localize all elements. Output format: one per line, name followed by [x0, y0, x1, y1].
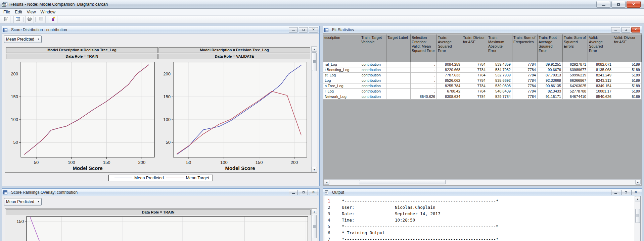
fit-statistics-titlebar[interactable]: Fit Statistics ✕	[323, 26, 642, 34]
scroll-down-button[interactable]: ▼	[312, 167, 317, 172]
scroll-up-button[interactable]: ▲	[312, 209, 317, 214]
toolbar-button-report[interactable]	[2, 16, 10, 23]
chart-plot[interactable]: 5010015020050100150200Model Score	[158, 60, 310, 173]
column-header[interactable]: escription	[323, 35, 360, 62]
column-header[interactable]: Train: Sum of Frequencies	[512, 35, 538, 62]
minimize-icon	[614, 31, 617, 31]
panel-close-button[interactable]: ✕	[631, 27, 640, 33]
svg-text:Model Score: Model Score	[225, 165, 255, 171]
vertical-scrollbar[interactable]: ▲ ▼	[311, 46, 317, 172]
panel-restore-button[interactable]	[299, 27, 308, 33]
horizontal-scrollbar[interactable]: ◄ ►	[324, 179, 641, 185]
svg-text:50: 50	[13, 140, 18, 145]
table-row[interactable]: ral_Logcontribution.8084.2597784539.4859…	[323, 62, 642, 67]
scroll-up-button[interactable]: ▲	[635, 196, 640, 201]
panel-restore-button[interactable]	[299, 190, 308, 195]
output-text: *---------------------------------------…	[336, 236, 499, 241]
toolbar-button-table-view[interactable]	[13, 16, 22, 23]
table-cell: 7707.633	[437, 73, 462, 78]
panel-restore-button[interactable]	[621, 190, 630, 195]
scroll-thumb[interactable]	[312, 52, 317, 71]
scroll-thumb[interactable]	[312, 215, 317, 238]
line-number: 1	[324, 198, 336, 204]
panel-close-button[interactable]: ✕	[309, 27, 318, 33]
scroll-right-button[interactable]: ►	[635, 180, 641, 185]
score-rankings-titlebar[interactable]: Score Rankings Overlay: contribution ✕	[2, 189, 319, 196]
column-header[interactable]: Valid: Average Squared Error	[588, 35, 613, 62]
window-titlebar[interactable]: Results - Node: Model Comparison Diagram…	[0, 0, 644, 9]
svg-text:200: 200	[290, 160, 298, 165]
statistic-select[interactable]: Mean Predicted ▼	[4, 36, 42, 43]
statistic-select-value: Mean Predicted	[6, 37, 34, 42]
chart-train[interactable]: Model Description = Decision Tree_Log Da…	[6, 47, 158, 173]
window-restore-button[interactable]	[611, 1, 626, 8]
column-header[interactable]: Selection Criterion: Valid: Mean Squared…	[411, 35, 437, 62]
scroll-up-button[interactable]: ▲	[312, 46, 317, 52]
panel-close-button[interactable]: ✕	[631, 190, 640, 195]
scroll-thumb[interactable]	[359, 180, 446, 184]
output-titlebar[interactable]: Output ✕	[323, 189, 642, 196]
svg-text:200: 200	[11, 71, 18, 76]
chart-validate[interactable]: Model Description = Decision Tree_Log Da…	[158, 47, 310, 173]
vertical-scrollbar[interactable]: ▲	[635, 196, 640, 241]
table-cell: 63989677	[563, 67, 588, 73]
statistic-select[interactable]: Mean Predicted ▼	[4, 198, 42, 205]
table-row[interactable]: Logcontribution.8526.0627784535.66927784…	[323, 78, 642, 83]
column-header[interactable]: Target Label	[386, 35, 411, 62]
table-cell: 7784	[512, 62, 538, 67]
panel-minimize-button[interactable]	[289, 27, 298, 33]
vertical-scrollbar[interactable]: ▲	[311, 209, 317, 241]
table-cell	[386, 67, 411, 73]
panel-restore-button[interactable]	[621, 27, 630, 33]
column-header[interactable]: Train: Target Variable	[360, 35, 386, 62]
output-line: 6* Training Output	[324, 230, 635, 236]
column-header[interactable]: Train: Maximum Absolute Error	[487, 35, 512, 62]
table-cell: 7784	[462, 62, 487, 67]
line-number: 6	[324, 230, 336, 236]
toolbar-button-wizard[interactable]	[49, 16, 57, 23]
menu-file[interactable]: File	[1, 10, 12, 14]
column-header[interactable]: Train: Divisor for ASE	[462, 35, 487, 62]
workspace: Score Distribution : contribution ✕ Mean…	[0, 23, 644, 241]
chevron-down-icon: ▼	[37, 200, 40, 203]
menu-view[interactable]: View	[25, 10, 38, 14]
score-distribution-titlebar[interactable]: Score Distribution : contribution ✕	[2, 26, 319, 34]
chart-plot[interactable]: 5010015020050100150200Model Score	[6, 60, 158, 173]
window-close-button[interactable]: ✕	[627, 1, 641, 8]
table-cell: 64263025	[563, 83, 588, 89]
table-cell: 7784	[512, 89, 538, 94]
scroll-left-button[interactable]: ◄	[324, 180, 329, 185]
table-row[interactable]: st_Logcontribution.7707.6337784532.79397…	[323, 73, 642, 78]
panel-close-button[interactable]: ✕	[309, 190, 318, 195]
table-row[interactable]: Network_Logcontribution8540.6268308.6347…	[323, 94, 642, 100]
close-icon: ✕	[312, 191, 315, 194]
panel-minimize-button[interactable]	[611, 190, 620, 195]
line-number: 7	[324, 236, 336, 241]
table-row[interactable]: n Tree_Logcontribution.8255.7847784539.0…	[323, 83, 642, 89]
column-header[interactable]: Train: Root Average Squared Error	[538, 35, 563, 62]
chart-plot[interactable]: 150	[6, 216, 311, 241]
panel-minimize-button[interactable]	[611, 27, 620, 33]
column-header[interactable]: Train: Average Squared Error	[437, 35, 462, 62]
output-content[interactable]: 1*--------------------------------------…	[324, 196, 641, 241]
scroll-thumb[interactable]	[635, 209, 640, 223]
table-row[interactable]: l_Logcontribution.6780.427784548.6439778…	[323, 89, 642, 94]
menu-edit[interactable]: Edit	[12, 10, 25, 14]
table-cell: contribution	[360, 83, 386, 89]
window-minimize-button[interactable]	[596, 1, 610, 8]
table-cell: 59996219	[563, 73, 588, 78]
table-row[interactable]: t Boosting_Logcontribution.8220.66877845…	[323, 67, 642, 73]
toolbar	[0, 16, 644, 23]
menu-window[interactable]: Window	[38, 10, 58, 14]
toolbar-button-print[interactable]	[25, 16, 34, 23]
panel-minimize-button[interactable]	[289, 190, 298, 195]
output-line: 7*--------------------------------------…	[324, 236, 635, 241]
table-cell: 7784	[512, 78, 538, 83]
table-cell: 5189	[613, 62, 642, 67]
fit-statistics-table[interactable]: escriptionTrain: Target VariableTarget L…	[323, 35, 642, 100]
column-header[interactable]: Train: Sum of Squared Errors	[563, 35, 588, 62]
column-header[interactable]: Valid: Divisor for ASE	[613, 35, 642, 62]
grip-icon	[313, 225, 316, 228]
table-cell: 8540.626	[411, 94, 437, 100]
chart-grid-icon	[3, 190, 7, 194]
